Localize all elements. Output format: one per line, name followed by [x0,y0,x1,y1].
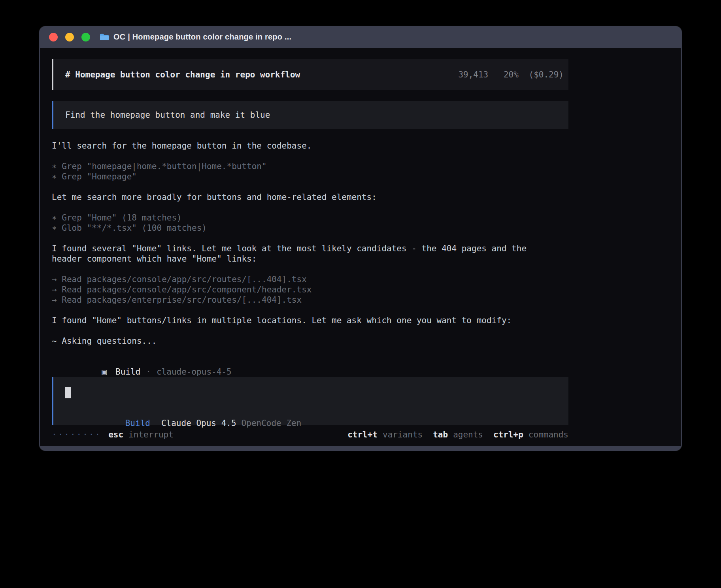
status-left: ········ esc interrupt [52,430,174,439]
transcript-paragraph: I found several "Home" links. Let me loo… [52,243,568,264]
transcript-line: ~ Asking questions... [52,336,568,346]
session-stats: 39,413 20% ($0.29) [458,70,564,79]
provider-name: OpenCode Zen [242,418,302,428]
shortcut-variants: ctrl+t variants [347,430,423,439]
transcript-line: I found "Home" buttons/links in multiple… [52,315,568,326]
transcript: I'll search for the homepage button in t… [52,141,568,346]
window-title: OC | Homepage button color change in rep… [113,32,291,41]
session-cost: ($0.29) [528,70,564,79]
text-cursor [65,387,71,398]
user-message-text: Find the homepage button and make it blu… [65,110,270,120]
transcript-paragraph: I found "Home" buttons/links in multiple… [52,315,568,326]
context-percent: 20% [504,70,519,79]
transcript-line: ∗ Glob "**/*.tsx" (100 matches) [52,223,568,233]
zoom-button[interactable] [81,33,90,41]
terminal-window: OC | Homepage button color change in rep… [39,26,682,451]
session-header: # Homepage button color change in repo w… [52,59,568,90]
shortcut-label: variants [383,430,423,439]
transcript-line: I found several "Home" links. Let me loo… [52,243,568,254]
status-right: ctrl+t variants tab agents ctrl+p comman… [347,430,568,439]
esc-key-label: interrupt [128,430,174,439]
prompt-input[interactable]: BuildClaude Opus 4.5OpenCode Zen [52,377,568,425]
shortcut-commands: ctrl+p commands [493,430,568,439]
shortcut-key: tab [433,430,448,439]
transcript-paragraph: ∗ Grep "Home" (18 matches)∗ Glob "**/*.t… [52,213,568,233]
shortcut-label: agents [453,430,483,439]
window-title-group: OC | Homepage button color change in rep… [100,32,291,41]
agent-status-line: ▣Build·claude-opus-4-5 [52,356,568,367]
model-name: Claude Opus 4.5 [161,418,236,428]
transcript-line: ∗ Grep "Homepage" [52,172,568,182]
transcript-paragraph: ∗ Grep "homepage|home.*button|Home.*butt… [52,161,568,182]
spinner-dots: ········ [52,430,101,439]
desktop: OC | Homepage button color change in rep… [0,0,721,588]
agent-separator: · [146,367,151,377]
transcript-paragraph: ~ Asking questions... [52,336,568,346]
transcript-line: → Read packages/console/app/src/componen… [52,285,568,295]
transcript-line: Let me search more broadly for buttons a… [52,192,568,202]
mode-badge: Build [125,418,150,428]
terminal-content[interactable]: # Homepage button color change in repo w… [40,48,681,446]
token-count: 39,413 [458,70,488,79]
agent-name: Build [115,367,140,377]
shortcut-key: ctrl+p [493,430,523,439]
close-button[interactable] [49,33,58,41]
folder-icon [100,33,109,41]
transcript-line: header component which have "Home" links… [52,254,568,264]
esc-key-hint: esc [108,430,123,439]
transcript-line: → Read packages/enterprise/src/routes/[.… [52,295,568,305]
transcript-line: ∗ Grep "Home" (18 matches) [52,213,568,223]
shortcut-agents: tab agents [433,430,483,439]
status-bar: ········ esc interrupt ctrl+t variants t… [52,430,568,440]
transcript-line: ∗ Grep "homepage|home.*button|Home.*butt… [52,161,568,172]
transcript-line: I'll search for the homepage button in t… [52,141,568,151]
transcript-paragraph: I'll search for the homepage button in t… [52,141,568,151]
transcript-paragraph: Let me search more broadly for buttons a… [52,192,568,202]
session-title: # Homepage button color change in repo w… [65,70,458,79]
user-message: Find the homepage button and make it blu… [52,101,568,129]
shortcut-key: ctrl+t [347,430,377,439]
prompt-meta-row: BuildClaude Opus 4.5OpenCode Zen [65,408,568,418]
window-titlebar: OC | Homepage button color change in rep… [39,26,682,48]
agent-icon: ▣ [102,367,107,377]
transcript-paragraph: → Read packages/console/app/src/routes/[… [52,274,568,305]
agent-model: claude-opus-4-5 [157,367,232,377]
minimize-button[interactable] [65,33,74,41]
shortcut-label: commands [528,430,568,439]
traffic-lights [49,33,90,41]
transcript-line: → Read packages/console/app/src/routes/[… [52,274,568,285]
